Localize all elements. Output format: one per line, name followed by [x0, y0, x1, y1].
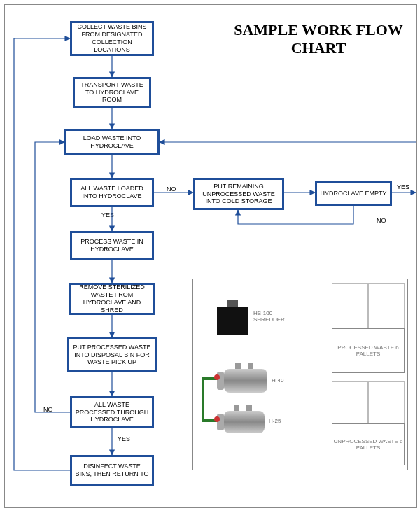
- node-remove: REMOVE STERILIZED WASTE FROM HYDROCLAVE …: [69, 283, 155, 315]
- label-h25: H-25: [269, 418, 281, 424]
- label-empty-no: NO: [377, 217, 386, 224]
- label-all-proc-yes: YES: [118, 435, 130, 442]
- title-line-2: CHART: [291, 39, 346, 57]
- node-cold-storage: PUT REMAINING UNPROCESSED WASTE INTO COL…: [193, 178, 284, 210]
- node-hydroclave-empty: HYDROCLAVE EMPTY: [315, 181, 392, 206]
- node-transport: TRANSPORT WASTE TO HYDROCLAVE ROOM: [73, 77, 151, 108]
- node-disposal: PUT PROCESSED WASTE INTO DISPOSAL BIN FO…: [67, 337, 157, 372]
- machine-h40: [224, 369, 267, 393]
- machine-shredder: [217, 307, 248, 335]
- label-h40: H-40: [272, 377, 284, 384]
- machine-h25: [224, 411, 265, 433]
- equipment-diagram: PROCESSED WASTE 6 PALLETS UNPROCESSED WA…: [192, 279, 408, 470]
- node-all-processed: ALL WASTE PROCESSED THROUGH HYDROCLAVE: [70, 396, 154, 428]
- label-all-proc-no: NO: [43, 406, 53, 413]
- node-load: LOAD WASTE INTO HYDROCLAVE: [64, 129, 160, 155]
- label-empty-yes: YES: [397, 183, 410, 190]
- pallet-unprocessed: UNPROCESSED WASTE 6 PALLETS: [332, 424, 405, 465]
- flowchart-canvas: SAMPLE WORK FLOW CHART COLLECT WASTE BIN…: [0, 0, 420, 511]
- page-title: SAMPLE WORK FLOW CHART: [231, 21, 406, 58]
- node-all-loaded: ALL WASTE LOADED INTO HYDROCLAVE: [70, 178, 154, 207]
- node-disinfect: DISINFECT WASTE BINS, THEN RETURN TO: [70, 455, 154, 486]
- label-all-loaded-no: NO: [167, 186, 176, 192]
- title-line-1: SAMPLE WORK FLOW: [234, 21, 403, 38]
- node-collect: COLLECT WASTE BINS FROM DESIGNATED COLLE…: [70, 21, 154, 56]
- pallet-processed: PROCESSED WASTE 6 PALLETS: [332, 328, 405, 373]
- label-all-loaded-yes: YES: [102, 211, 114, 218]
- label-shredder: HS-100 SHREDDER: [253, 310, 302, 323]
- node-process: PROCESS WASTE IN HYDROCLAVE: [70, 231, 154, 260]
